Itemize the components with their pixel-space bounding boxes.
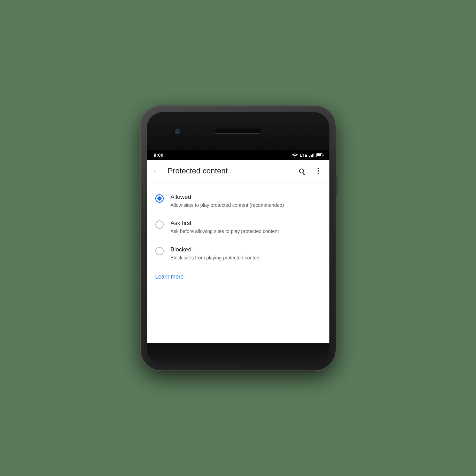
option-allowed-subtitle: Allow sites to play protected content (r… [171,202,321,209]
radio-allowed[interactable] [155,194,164,203]
search-icon [299,169,304,173]
back-arrow-icon: ← [153,166,161,175]
status-icons: LTE [292,153,322,158]
option-ask-first-subtitle: Ask before allowing sites to play protec… [171,228,321,235]
option-allowed-title: Allowed [171,194,321,201]
back-button[interactable]: ← [148,163,165,179]
phone-device: 9:00 LTE [141,106,336,370]
option-ask-first-title: Ask first [171,220,321,227]
option-ask-first-text: Ask first Ask before allowing sites to p… [171,220,321,235]
phone-top-bezel [147,112,329,150]
status-time: 9:00 [154,153,164,158]
lte-label: LTE [300,153,307,157]
option-blocked-text: Blocked Block sites from playing protect… [171,246,321,262]
app-bar: ← Protected content [147,160,329,182]
phone-bottom-bezel [147,343,329,364]
page-title: Protected content [168,166,293,175]
status-bar: 9:00 LTE [147,150,329,160]
battery-icon [316,153,322,157]
learn-more-link[interactable]: Learn more [147,267,192,287]
phone-screen: 9:00 LTE [147,112,329,364]
radio-ask-first[interactable] [155,220,164,229]
radio-blocked[interactable] [155,247,164,255]
phone-speaker [214,129,263,134]
option-blocked-title: Blocked [171,246,321,253]
option-allowed[interactable]: Allowed Allow sites to play protected co… [147,188,329,214]
wifi-icon [292,153,298,158]
screen-content: ← Protected content [147,160,329,343]
front-camera-icon [175,128,180,134]
more-button[interactable] [310,163,327,179]
search-button[interactable] [293,163,310,179]
more-vert-icon [318,168,319,174]
option-ask-first[interactable]: Ask first Ask before allowing sites to p… [147,214,329,241]
option-blocked[interactable]: Blocked Block sites from playing protect… [147,241,329,267]
power-button[interactable] [336,175,337,196]
content-area: Allowed Allow sites to play protected co… [147,182,329,343]
signal-bars-icon [309,153,314,157]
battery-fill [317,154,321,156]
option-allowed-text: Allowed Allow sites to play protected co… [171,194,321,209]
app-bar-actions [293,163,327,179]
screen-wrapper: 9:00 LTE [147,150,329,343]
option-blocked-subtitle: Block sites from playing protected conte… [171,255,321,262]
